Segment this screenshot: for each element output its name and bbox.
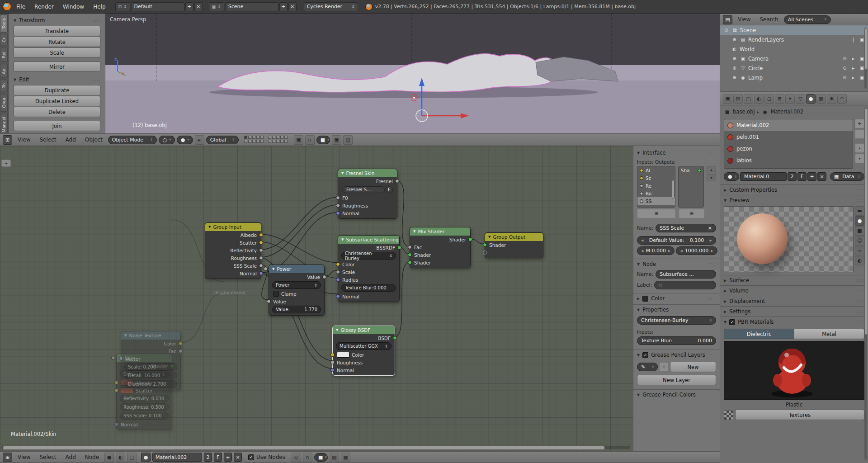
mode-selector[interactable]: Object Mode⇕ bbox=[108, 136, 157, 144]
orientation-selector[interactable]: Global⇕ bbox=[206, 136, 239, 144]
preview-panel-header[interactable]: ▼Preview:::: bbox=[720, 195, 868, 205]
material-slot[interactable]: pezon bbox=[724, 143, 853, 155]
material-users-button[interactable]: 2 bbox=[788, 172, 797, 181]
settings-panel-header[interactable]: ▶Settings:::: bbox=[720, 307, 868, 317]
context-texture-icon[interactable]: ▦ bbox=[816, 94, 826, 104]
snap-node-selector[interactable]: ■▾ bbox=[314, 453, 328, 462]
slot-move-down-button[interactable]: ▾ bbox=[855, 154, 864, 163]
node-name-field[interactable]: Subsurface ... bbox=[656, 270, 716, 279]
lock-icon[interactable]: ▣ bbox=[294, 135, 303, 145]
volume-panel-header[interactable]: ▶Volume:::: bbox=[720, 286, 868, 296]
slot-remove-button[interactable]: − bbox=[855, 129, 864, 139]
visibility-eye-icon[interactable]: ⊙ bbox=[841, 74, 848, 81]
context-data-icon[interactable]: ▽ bbox=[796, 94, 805, 104]
editor-type-outliner-icon[interactable]: ▤ bbox=[723, 15, 732, 24]
toolshelf-tab-relations[interactable]: Rel bbox=[0, 48, 8, 62]
material-users-count[interactable]: 2 bbox=[204, 453, 212, 462]
snap-node-magnet-icon[interactable]: ∩ bbox=[303, 453, 312, 462]
material-add-button[interactable]: + bbox=[224, 453, 232, 462]
preview-cube-button[interactable]: ■ bbox=[855, 226, 864, 236]
outliner-item-scene[interactable]: ⊖ ▦ Scene bbox=[720, 25, 868, 35]
socket-name-field[interactable]: SSS Scale× bbox=[656, 224, 716, 232]
model-figure[interactable] bbox=[217, 54, 559, 92]
context-render-icon[interactable]: ▣ bbox=[723, 94, 732, 104]
expand-icon[interactable]: ⊕ bbox=[731, 55, 738, 62]
shading-mode-selector[interactable]: ○▾ bbox=[159, 136, 175, 144]
gp-layers-panel-header[interactable]: ▼✓Grease Pencil Layers:::: bbox=[637, 350, 716, 360]
custom-properties-panel-header[interactable]: ▶Custom Properties:::: bbox=[720, 185, 868, 195]
collapse-icon[interactable]: ⊖ bbox=[723, 27, 730, 33]
context-renderlayers-icon[interactable]: ▤ bbox=[733, 94, 743, 104]
menu-help[interactable]: Help bbox=[89, 4, 109, 10]
editor-type-3dview-icon[interactable]: ⊞ bbox=[3, 135, 12, 145]
preview-sphere2-button[interactable]: ◐ bbox=[855, 256, 864, 265]
context-particles-icon[interactable]: ✱ bbox=[827, 94, 836, 104]
interface-add-input-button[interactable]: ⊕ bbox=[637, 209, 676, 218]
copy-node-icon[interactable]: ▤ bbox=[330, 453, 339, 462]
fresnel-fake-user-button[interactable]: F bbox=[386, 186, 393, 193]
node-noise-texture[interactable]: ▼Noise Texture Color Fac Vector Scale: 0… bbox=[121, 331, 181, 390]
slot-move-up-button[interactable]: ▴ bbox=[855, 143, 864, 153]
delete-button[interactable]: Delete bbox=[14, 107, 100, 117]
material-slots-list[interactable]: Material.002 pelo.001 pezon labios bbox=[724, 119, 853, 169]
outliner-item-camera[interactable]: ⊕ ▣ Camera ⊙ ▸ ▣ bbox=[720, 54, 868, 63]
node-add-menu[interactable]: Add bbox=[62, 454, 80, 460]
scene-add-button[interactable]: + bbox=[279, 2, 288, 11]
mirror-button[interactable]: Mirror bbox=[14, 61, 100, 72]
paste-node-icon[interactable]: ▦ bbox=[341, 453, 350, 462]
context-world-icon[interactable]: ◐ bbox=[754, 94, 764, 104]
properties-panel-header[interactable]: ▼Properties:::: bbox=[637, 305, 716, 315]
node-fresnel-skin[interactable]: ▼Fresnel Skin Fresnel Fresnel S... F F0 … bbox=[338, 169, 397, 219]
duplicate-button[interactable]: Duplicate bbox=[14, 85, 100, 95]
manipulator-toggle-icon[interactable]: ▸ bbox=[195, 135, 204, 145]
context-constraints-icon[interactable]: ≣ bbox=[775, 94, 784, 104]
pbr-tab-dielectric[interactable]: Dielectric bbox=[724, 329, 794, 339]
pbr-tab-metal[interactable]: Metal bbox=[794, 329, 864, 339]
translate-button[interactable]: Translate bbox=[14, 26, 100, 36]
scene-browse-icon[interactable]: ▦⇕ bbox=[209, 2, 224, 11]
node-glossy-bsdf[interactable]: ▼Glossy BSDF BSDF Multiscatter GGX⇕ Colo… bbox=[332, 326, 395, 376]
layout-add-button[interactable]: + bbox=[185, 2, 193, 11]
preview-sphere-button[interactable]: ● bbox=[855, 216, 864, 226]
node-view-menu[interactable]: View bbox=[14, 454, 34, 460]
socket-max-slider[interactable]: ◀1000.000▶ bbox=[676, 246, 717, 255]
preview-monkey-button[interactable]: ☺ bbox=[855, 236, 864, 246]
material-link-selector[interactable]: ▦Data⇕ bbox=[830, 172, 864, 181]
toolshelf-tab-create[interactable]: Cr bbox=[0, 34, 8, 46]
fresnel-group-selector[interactable]: Fresnel S... bbox=[342, 186, 385, 193]
edit-section-header[interactable]: ▼ Edit :::: bbox=[14, 75, 100, 85]
node-group-input[interactable]: ▼Group Input Albedo Scatter Reflectivity… bbox=[205, 222, 261, 279]
selectability-icon[interactable]: ▸ bbox=[850, 55, 857, 62]
scene-selector[interactable]: Scene bbox=[225, 2, 278, 11]
layers-grid-1[interactable] bbox=[244, 136, 264, 144]
slot-add-button[interactable]: + bbox=[855, 119, 864, 128]
node-node-menu[interactable]: Node bbox=[81, 454, 103, 460]
transform-section-header[interactable]: ▼ Transform :::: bbox=[14, 15, 100, 25]
power-clamp-checkbox[interactable] bbox=[273, 291, 279, 297]
outliner-item-renderlayers[interactable]: ⊕ ▤ RenderLayers | ▣ bbox=[720, 35, 868, 44]
material-browse-icon[interactable]: ● bbox=[141, 453, 151, 462]
shader-type-object-icon[interactable]: ● bbox=[104, 453, 114, 462]
gp-layers-checkbox[interactable]: ✓ bbox=[642, 352, 648, 358]
use-nodes-toggle[interactable]: ✓ Use Nodes bbox=[248, 454, 285, 460]
render-engine-selector[interactable]: Cycles Render⇕ bbox=[304, 2, 358, 11]
interface-panel-header[interactable]: ▼Interface:::: bbox=[637, 148, 716, 158]
preview-hair-button[interactable]: ≈ bbox=[855, 246, 864, 255]
breadcrumb-object[interactable]: base.obj bbox=[733, 109, 755, 115]
sss-texture-blur-slider[interactable]: Texture Blur:0.000 bbox=[341, 284, 396, 292]
interface-move-down-button[interactable]: ▾ bbox=[707, 174, 716, 181]
use-nodes-checkbox[interactable]: ✓ bbox=[248, 454, 254, 460]
context-scene-icon[interactable]: ▢ bbox=[744, 94, 753, 104]
outliner-view-menu[interactable]: View bbox=[734, 16, 754, 23]
node-panel-header[interactable]: ▼Node:::: bbox=[637, 259, 716, 269]
shader-type-world-icon[interactable]: ◐ bbox=[116, 453, 125, 462]
gp-new-button[interactable]: New bbox=[670, 362, 716, 372]
add-menu[interactable]: Add bbox=[62, 137, 80, 143]
gp-add-button[interactable]: + bbox=[659, 362, 669, 372]
layout-browse-icon[interactable]: ⊞⇕ bbox=[115, 2, 130, 11]
pbr-checkbox[interactable]: ✓ bbox=[729, 319, 735, 325]
selectability-icon[interactable]: ▸ bbox=[850, 74, 857, 81]
surface-panel-header[interactable]: ▶Surface:::: bbox=[720, 275, 868, 285]
interface-add-output-button[interactable]: ⊕ bbox=[679, 209, 705, 218]
material-slot[interactable]: pelo.001 bbox=[724, 131, 853, 143]
